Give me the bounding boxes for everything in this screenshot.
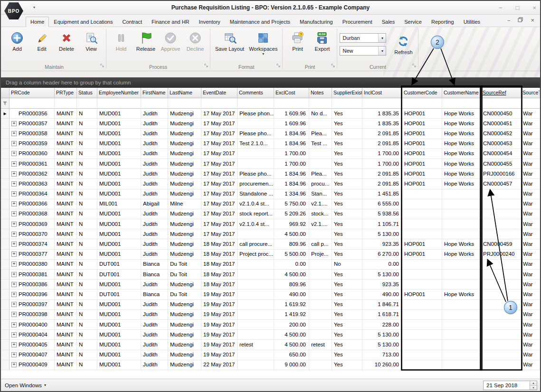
cell-status[interactable]: N — [77, 239, 97, 249]
filter-cell-comments[interactable] — [237, 98, 274, 109]
cell-sourceref[interactable] — [481, 330, 521, 340]
table-row[interactable]: +PR0000397MAINTNMUD001JudithMudzengi19 M… — [1, 300, 540, 310]
date-picker[interactable]: 21 Sep 2018 ▲ ▼ — [483, 381, 537, 390]
tab-equipment-and-locations[interactable]: Equipment and Locations — [49, 17, 117, 27]
cell-sourcetype[interactable]: War — [521, 300, 540, 310]
cell-notes[interactable]: call p... — [309, 239, 332, 249]
cell-customername[interactable] — [442, 340, 481, 350]
delete-button[interactable]: Delete — [54, 29, 79, 52]
cell-customername[interactable] — [442, 270, 481, 280]
cell-prcode[interactable]: +PR0000404 — [9, 330, 55, 340]
cell-sourcetype[interactable]: War — [521, 199, 540, 209]
dialog-launcher-icon[interactable] — [412, 62, 416, 69]
cell-employeenumber[interactable]: MIL001 — [97, 199, 141, 209]
column-header-customercode[interactable]: CustomerCode — [402, 88, 442, 98]
column-header-sourceref[interactable]: SourceRef — [481, 88, 521, 98]
cell-lastname[interactable]: Mudzengi — [168, 119, 201, 129]
cell-sourceref[interactable]: CN0000451 — [481, 119, 521, 129]
cell-prcode[interactable]: +PR0000374 — [9, 239, 55, 249]
cell-comments[interactable]: Test 2.1.0... — [237, 139, 274, 149]
cell-exclcost[interactable]: 4 500.00 — [274, 330, 309, 340]
cell-sourcetype[interactable]: War — [521, 289, 540, 299]
cell-eventdate[interactable]: 17 May 2017 — [201, 199, 237, 209]
cell-sourceref[interactable] — [481, 260, 521, 270]
cell-customername[interactable] — [442, 300, 481, 310]
cell-eventdate[interactable]: 17 May 2017 — [201, 159, 237, 169]
cell-eventdate[interactable]: 22 May 2017 — [201, 360, 237, 370]
cell-lastname[interactable]: Mudzengi — [168, 209, 201, 219]
cell-customercode[interactable]: HOP001 — [402, 239, 442, 249]
cell-exclcost[interactable]: 1 609.96 — [274, 109, 309, 119]
cell-exclcost[interactable]: 1 834.96 — [274, 179, 309, 189]
cell-supplierexist[interactable]: Yes — [332, 179, 362, 189]
cell-employeenumber[interactable]: MUD001 — [97, 360, 141, 370]
cell-supplierexist[interactable]: Yes — [332, 199, 362, 209]
cell-eventdate[interactable]: 18 May 2017 — [201, 250, 237, 260]
cell-comments[interactable] — [237, 229, 274, 239]
cell-employeenumber[interactable]: MUD001 — [97, 219, 141, 229]
cell-inclcost[interactable]: 5 130.00 — [362, 340, 402, 350]
cell-employeenumber[interactable]: DUT001 — [97, 270, 141, 280]
cell-inclcost[interactable]: 10 260.00 — [362, 360, 402, 370]
tab-service[interactable]: Service — [399, 17, 427, 27]
cell-exclcost[interactable]: 5 209.26 — [274, 209, 309, 219]
cell-comments[interactable]: Please pho... — [237, 169, 274, 179]
cell-firstname[interactable]: Judith — [141, 119, 168, 129]
filter-cell-status[interactable] — [77, 98, 97, 109]
cell-eventdate[interactable]: 19 May 2017 — [201, 350, 237, 360]
column-header-sourcetype[interactable]: SourceT — [521, 88, 540, 98]
cell-sourceref[interactable] — [481, 209, 521, 219]
cell-employeenumber[interactable]: MUD001 — [97, 310, 141, 320]
cell-notes[interactable] — [309, 280, 332, 289]
cell-eventdate[interactable]: 19 May 2017 — [201, 289, 237, 299]
cell-employeenumber[interactable]: MUD001 — [97, 149, 141, 159]
cell-sourcetype[interactable]: War — [521, 250, 540, 260]
spin-up-icon[interactable]: ▲ — [530, 381, 537, 386]
cell-inclcost[interactable]: 2 091.85 — [362, 169, 402, 179]
cell-prtype[interactable]: MAINT — [55, 320, 77, 330]
cell-supplierexist[interactable]: Yes — [332, 109, 362, 119]
cell-employeenumber[interactable]: MUD001 — [97, 280, 141, 289]
cell-sourceref[interactable] — [481, 289, 521, 299]
cell-supplierexist[interactable]: Yes — [332, 239, 362, 249]
table-row[interactable]: +PR0000358MAINTNMUD001JudithMudzengi17 M… — [1, 129, 540, 139]
cell-exclcost[interactable]: 1 609.96 — [274, 119, 309, 129]
cell-comments[interactable]: Please pho... — [237, 129, 274, 139]
cell-sourceref[interactable] — [481, 350, 521, 360]
cell-exclcost[interactable]: 809.96 — [274, 239, 309, 249]
cell-prcode[interactable]: +PR0000386 — [9, 280, 55, 289]
cell-comments[interactable]: Please phon... — [237, 109, 274, 119]
cell-prtype[interactable]: MAINT — [55, 350, 77, 360]
cell-sourcetype[interactable]: War — [521, 119, 540, 129]
filter-cell-sourceref[interactable] — [481, 98, 521, 109]
cell-prcode[interactable]: +PR0000370 — [9, 229, 55, 239]
cell-status[interactable]: N — [77, 149, 97, 159]
cell-supplierexist[interactable]: Yes — [332, 289, 362, 299]
cell-eventdate[interactable]: 17 May 2017 — [201, 119, 237, 129]
approve-button[interactable]: Approve — [158, 29, 183, 52]
cell-lastname[interactable]: Du Toit — [168, 270, 201, 280]
quick-access-dropdown-icon[interactable]: ▾ — [33, 5, 35, 9]
cell-sourceref[interactable] — [481, 300, 521, 310]
cell-prtype[interactable]: MAINT — [55, 289, 77, 299]
cell-customername[interactable] — [442, 229, 481, 239]
cell-supplierexist[interactable]: Yes — [332, 139, 362, 149]
cell-lastname[interactable]: Milne — [168, 199, 201, 209]
cell-eventdate[interactable]: 18 May 2017 — [201, 270, 237, 280]
close-button[interactable]: × — [532, 4, 536, 11]
add-button[interactable]: Add — [5, 29, 29, 52]
cell-customername[interactable] — [442, 260, 481, 270]
cell-exclcost[interactable]: 490.00 — [274, 289, 309, 299]
table-row[interactable]: +PR0000396MAINTNDUT001BiancaDu Toit19 Ma… — [1, 289, 540, 299]
cell-notes[interactable] — [309, 350, 332, 360]
cell-inclcost[interactable]: 1 700.00 — [362, 149, 402, 159]
cell-notes[interactable] — [309, 330, 332, 340]
cell-supplierexist[interactable]: Yes — [332, 149, 362, 159]
cell-comments[interactable]: Standalone ... — [237, 189, 274, 199]
cell-prtype[interactable]: MAINT — [55, 199, 77, 209]
cell-inclcost[interactable]: 6 270.00 — [362, 250, 402, 260]
cell-employeenumber[interactable]: MUD001 — [97, 340, 141, 350]
cell-inclcost[interactable]: 6 555.00 — [362, 199, 402, 209]
cell-exclcost[interactable]: 1 834.96 — [274, 139, 309, 149]
expand-icon[interactable]: + — [11, 252, 17, 257]
